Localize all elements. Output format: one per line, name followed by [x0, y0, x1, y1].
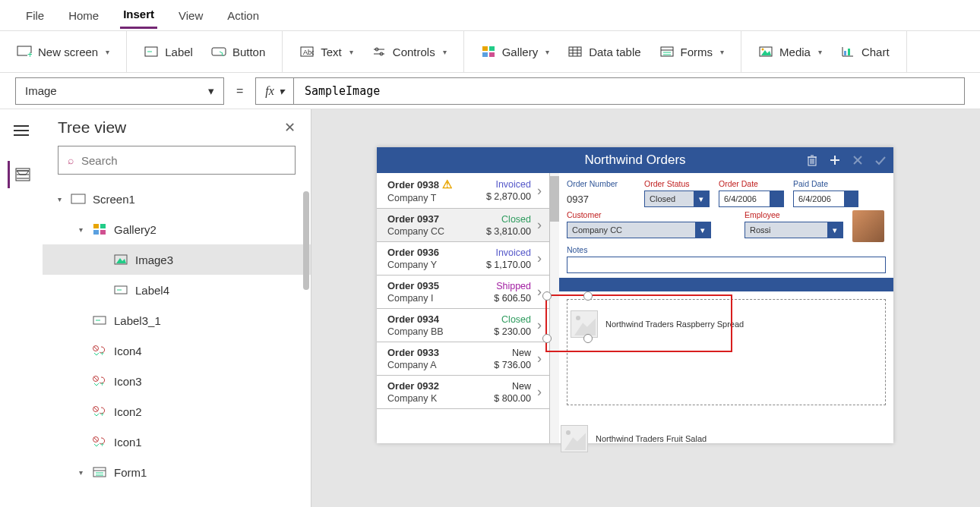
customer-label: Customer	[567, 210, 711, 219]
chevron-right-icon: ›	[537, 384, 542, 400]
add-icon[interactable]	[827, 152, 843, 168]
svg-rect-40	[100, 230, 106, 235]
app-header: Northwind Orders	[377, 147, 893, 173]
tree-view-button[interactable]	[8, 161, 35, 188]
svg-rect-13	[489, 46, 495, 51]
order-row[interactable]: Order 0932Company KNew$ 800.00›	[377, 376, 549, 409]
order-number: Order 0932	[387, 380, 439, 392]
order-date-input[interactable]: 6/4/2006	[719, 191, 784, 207]
chevron-down-icon: ▾	[443, 48, 447, 56]
formula-input[interactable]	[293, 77, 965, 105]
company-name: Company T	[387, 193, 452, 203]
button-label: Button	[232, 46, 265, 58]
button-icon	[211, 44, 226, 59]
product-image	[561, 425, 588, 452]
svg-rect-38	[100, 224, 106, 228]
fx-button[interactable]: fx ▾	[255, 77, 293, 105]
employee-dropdown[interactable]: Rossi▾	[744, 222, 843, 238]
tree-item-icon1[interactable]: +Icon1	[43, 427, 311, 457]
search-input[interactable]	[81, 154, 286, 167]
section-divider	[559, 278, 893, 291]
tree-item-icon2[interactable]: +Icon2	[43, 396, 311, 427]
menu-view[interactable]: View	[175, 3, 206, 28]
icons-icon: +	[91, 344, 108, 357]
close-icon[interactable]: ✕	[284, 119, 296, 136]
expand-icon: ▾	[79, 225, 91, 234]
svg-rect-14	[482, 52, 488, 57]
notes-input[interactable]	[567, 257, 886, 273]
order-number-label: Order Number	[567, 179, 635, 188]
order-row[interactable]: Order 0934Company BBClosed$ 230.00›	[377, 309, 549, 342]
menu-file[interactable]: File	[23, 3, 47, 28]
tree-item-label: Icon1	[114, 436, 142, 449]
media-button[interactable]: Media ▾	[749, 39, 831, 64]
order-row[interactable]: Order 0935Company IShipped$ 606.50›	[377, 276, 549, 309]
order-row[interactable]: Order 0938⚠Company TInvoiced$ 2,870.00›	[377, 173, 549, 209]
formula-bar: Image ▾ = fx ▾	[0, 73, 980, 109]
tree-item-gallery2[interactable]: ▾Gallery2	[43, 214, 311, 244]
controls-button[interactable]: Controls ▾	[362, 39, 456, 64]
tree-item-label3_1[interactable]: Label3_1	[43, 305, 311, 335]
svg-rect-30	[844, 51, 846, 55]
new-screen-button[interactable]: + New screen ▾	[8, 39, 119, 64]
property-label: Image	[25, 84, 57, 97]
text-button[interactable]: Abc Text ▾	[290, 39, 362, 64]
svg-marker-42	[116, 258, 126, 263]
chevron-right-icon: ›	[537, 183, 542, 199]
tree-item-icon4[interactable]: +Icon4	[43, 335, 311, 366]
svg-rect-36	[71, 194, 85, 203]
notes-label: Notes	[567, 245, 886, 254]
button-button[interactable]: Button	[202, 39, 274, 64]
tree-item-screen1[interactable]: ▾Screen1	[43, 184, 311, 214]
label-button[interactable]: Label	[134, 39, 202, 64]
svg-rect-12	[482, 46, 488, 51]
tree-item-label4[interactable]: Label4	[43, 275, 311, 305]
orders-list: Order 0938⚠Company TInvoiced$ 2,870.00›O…	[377, 173, 550, 443]
customer-dropdown[interactable]: Company CC▾	[567, 222, 711, 238]
resize-handle[interactable]	[542, 291, 552, 301]
forms-button[interactable]: Forms ▾	[650, 39, 734, 64]
order-row[interactable]: Order 0937Company CCClosed$ 3,810.00›	[377, 209, 549, 242]
tree-item-icon3[interactable]: +Icon3	[43, 366, 311, 396]
resize-handle[interactable]	[583, 291, 593, 301]
controls-icon	[371, 44, 387, 59]
tree-search[interactable]: ⌕	[58, 146, 296, 175]
menu-bar: File Home Insert View Action	[0, 0, 980, 30]
order-status: Shipped	[494, 281, 531, 291]
chart-button[interactable]: Chart	[831, 39, 899, 64]
forms-label: Forms	[681, 46, 713, 58]
menu-action[interactable]: Action	[224, 3, 262, 28]
menu-insert[interactable]: Insert	[120, 2, 157, 29]
svg-text:+: +	[100, 441, 104, 448]
resize-handle[interactable]	[583, 334, 593, 343]
order-status-dropdown[interactable]: Closed▾	[644, 191, 710, 207]
order-row[interactable]: Order 0936Company YInvoiced$ 1,170.00›	[377, 242, 549, 276]
scrollbar-thumb[interactable]	[303, 191, 309, 290]
svg-rect-16	[569, 47, 581, 56]
hamburger-button[interactable]	[8, 117, 35, 144]
tree-item-label: Icon2	[114, 405, 142, 418]
data-table-button[interactable]: Data table	[558, 39, 650, 64]
order-status: Closed	[494, 314, 531, 325]
fx-icon: fx	[265, 84, 274, 98]
menu-home[interactable]: Home	[65, 3, 102, 28]
order-row[interactable]: Order 0933Company ANew$ 736.00›	[377, 342, 549, 376]
order-amount: $ 3,810.00	[486, 226, 531, 237]
trash-icon[interactable]	[804, 152, 820, 168]
icons-icon: +	[91, 374, 108, 388]
label-icon	[112, 283, 129, 297]
property-dropdown[interactable]: Image ▾	[15, 77, 224, 105]
chart-icon	[840, 44, 855, 59]
svg-rect-39	[93, 230, 99, 235]
paid-date-input[interactable]: 6/4/2006	[793, 191, 858, 207]
company-name: Company A	[387, 360, 439, 370]
tree-item-image3[interactable]: Image3	[43, 244, 311, 275]
svg-line-54	[94, 408, 98, 411]
gallery-button[interactable]: Gallery ▾	[472, 39, 559, 64]
tree-item-form1[interactable]: ▾Form1	[43, 457, 311, 487]
app-title: Northwind Orders	[584, 153, 685, 168]
check-icon[interactable]	[872, 152, 889, 168]
resize-handle[interactable]	[542, 334, 552, 343]
cancel-icon[interactable]	[849, 152, 866, 168]
order-line-item[interactable]: Northwind Traders Fruit Salad	[550, 425, 717, 452]
